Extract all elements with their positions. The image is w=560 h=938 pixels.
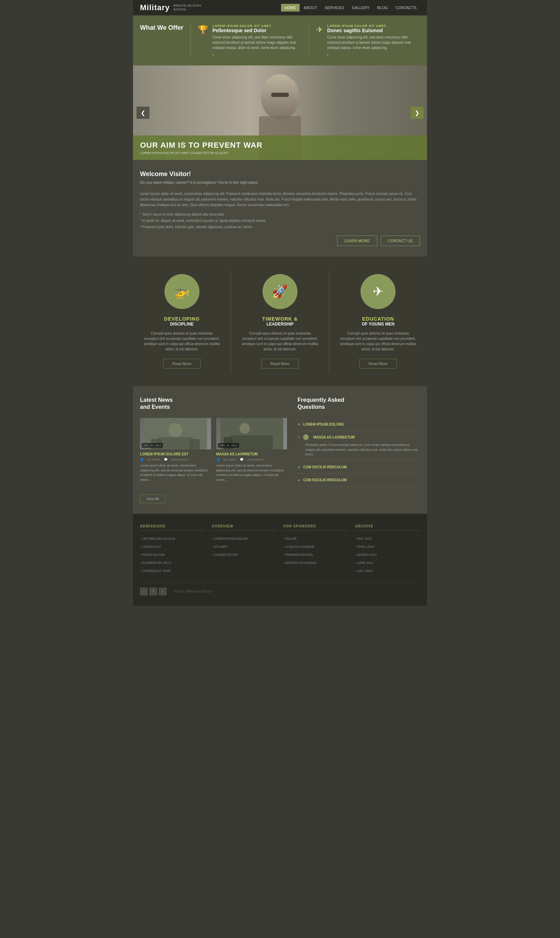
faq-question-1-text: LOREM IPSUM DOLORE [303, 423, 344, 426]
footer-col1-title: ADMISSIONS [140, 524, 205, 531]
footer-link[interactable]: ELEMENTUM VELIT [140, 561, 171, 564]
twitter-icon[interactable]: t [140, 587, 148, 595]
service-3-title: EDUCATION [340, 316, 417, 321]
news-author-icon-2: 👤 [216, 458, 220, 461]
list-item: LACINIA EST [140, 543, 205, 549]
svg-rect-6 [158, 437, 193, 449]
footer-link[interactable]: SIT AMET [212, 545, 228, 549]
list-item: MAURIS ACCUMSAN [283, 559, 348, 565]
offer-item-1-content: LOREM IPSUM DOLOR SIT AMET. Pellentesque… [212, 24, 302, 57]
site-subtitle: PRIVATE MILITARYSCHOOL [173, 4, 201, 12]
svg-point-10 [239, 423, 250, 434]
slider-prev-button[interactable]: ❮ [137, 107, 149, 119]
rocket-icon: 🚀 [263, 274, 297, 309]
faq-question-3[interactable]: CUM SOCILIS RIDICULUM [297, 464, 420, 470]
footer-link[interactable]: APRIL 2013 [355, 545, 374, 549]
service-1-title: DEVELOPING [143, 316, 220, 321]
view-all-button[interactable]: View All [140, 495, 166, 503]
hero-slider: OUR AIM IS TO PREVENT WAR LOREM IPSUM DO… [133, 65, 427, 160]
plane-icon: ✈ [316, 25, 323, 35]
service-3-subtitle: OF YOUNG MEN [340, 321, 417, 326]
footer-link[interactable]: JULY 2013 [355, 569, 372, 573]
helicopter-icon: 🚁 [165, 274, 200, 309]
nav-about[interactable]: ABOUT [300, 4, 321, 12]
footer-col1-links: VESTIBULUM IACULIS LACINIA EST PROIN DIC… [140, 535, 205, 573]
offer-item-1-title: Pellentesque sed Dolor [212, 28, 302, 33]
footer-link[interactable]: CONSECTETUR [212, 553, 238, 557]
news-section: Latest Newsand Events DEC 20, 2014 LOREM… [140, 397, 287, 504]
nav-services[interactable]: SERVICES [321, 4, 348, 12]
slider-title: OUR AIM IS TO PREVENT WAR [140, 141, 420, 150]
offer-item-1: 🏆 LOREM IPSUM DOLOR SIT AMET. Pellentesq… [191, 24, 302, 57]
list-item: SIT AMET [212, 543, 277, 549]
social-icons: t f r [140, 587, 166, 595]
slider-next-button[interactable]: ❯ [411, 107, 423, 119]
footer-link[interactable]: ALIQUAM CONQUE [283, 545, 314, 549]
service-2-read-more[interactable]: Read More [262, 359, 298, 369]
news-card-1-title: LOREM IPSUM DOLORE EST [140, 452, 211, 456]
faq-item-3: CUM SOCILIS RIDICULUM [297, 461, 420, 474]
service-1-read-more[interactable]: Read More [163, 359, 200, 369]
list-item: PROIN DICTAM [140, 551, 205, 557]
news-date-2: DEC 20, 2014 [218, 443, 239, 447]
news-grid: DEC 20, 2014 LOREM IPSUM DOLORE EST 👤 by… [140, 418, 287, 482]
facebook-icon[interactable]: f [149, 587, 157, 595]
footer-link[interactable]: VESTIBULUM IACULIS [140, 537, 175, 540]
offer-item-1-more[interactable]: › [212, 52, 214, 56]
news-image-2: DEC 20, 2014 [216, 418, 287, 449]
footer-link[interactable]: CONSEQUAT ANTE [140, 569, 171, 573]
footer-col4-title: ARCHIVE [355, 524, 420, 531]
contact-us-button[interactable]: Contact Us [381, 235, 420, 246]
service-divider-1 [231, 271, 231, 372]
list-item: CONSEQUAT ANTE [140, 567, 205, 573]
list-item: FERMENTUM NISL [283, 551, 348, 557]
service-2-text: Corrupti quos dolores et quas molestias … [242, 331, 318, 352]
service-education: ✈ EDUCATION OF YOUNG MEN Corrupti quos d… [336, 271, 420, 372]
footer-link[interactable]: DOLOR [283, 537, 297, 540]
news-meta-1: 👤 by admin 💬 comments 0 [140, 458, 211, 461]
news-card-2-title: MASSA AS LAORRETUM [216, 452, 287, 456]
news-author-2: by admin [224, 458, 237, 461]
faq-question-1[interactable]: LOREM IPSUM DOLORE [297, 421, 420, 427]
offer-title: What We Offer [140, 24, 183, 32]
offer-item-2-more[interactable]: › [327, 52, 329, 56]
welcome-title: Welcome Visitor! [140, 171, 420, 178]
footer-link[interactable]: PROIN DICTAM [140, 553, 165, 557]
footer-col2-title: OVERVIEW [212, 524, 277, 531]
rss-icon[interactable]: r [159, 587, 166, 595]
offer-item-2-title: Donec sagittis Euismod [327, 28, 420, 33]
footer-link[interactable]: JUNE 2013 [355, 561, 374, 564]
list-item: JULY 2013 [355, 567, 420, 573]
news-author-1: by admin [147, 458, 160, 461]
nav-blog[interactable]: BLOG [374, 4, 392, 12]
list-item: DOLOR [283, 535, 348, 541]
news-image-1: DEC 20, 2014 [140, 418, 211, 449]
footer-link[interactable]: MAY 2013 [355, 537, 372, 540]
welcome-section: Welcome Visitor! Do you want military ca… [133, 160, 427, 257]
nav-contacts[interactable]: CONTACTS [392, 4, 420, 12]
footer-link[interactable]: MAURIS ACCUMSAN [283, 561, 316, 564]
service-3-read-more[interactable]: Read More [360, 359, 397, 369]
list-item: VESTIBULUM IACULIS [140, 535, 205, 541]
faq-question-3-text: CUM SOCILIS RIDICULUM [303, 465, 346, 469]
offer-item-1-text: Corse etuer adipiscing elit, sed diam no… [212, 35, 302, 51]
footer-link[interactable]: LOREM IPSUM DOLOR [212, 537, 248, 540]
faq-question-4[interactable]: CUM SOCILIS RIDICULUM [297, 477, 420, 483]
list-item: APRIL 2013 [355, 543, 420, 549]
faq-question-2[interactable]: MASSA AS LAOREETUM [297, 434, 420, 440]
nav-home[interactable]: HOME [281, 4, 300, 12]
nav-gallery[interactable]: GALLERY [348, 4, 373, 12]
faq-title: Frequently AskedQuestions [297, 397, 420, 411]
footer-link[interactable]: FERMENTUM NISL [283, 553, 314, 557]
footer-link[interactable]: LACINIA EST [140, 545, 161, 549]
news-comment-icon-1: 💬 [164, 458, 168, 461]
list-item: LOREM IPSUM DOLOR [212, 535, 277, 541]
offer-item-2-label: LOREM IPSUM DOLOR SIT AMET. [327, 24, 420, 28]
learn-more-button[interactable]: Learn More [337, 235, 377, 246]
footer-grid: ADMISSIONS VESTIBULUM IACULIS LACINIA ES… [140, 524, 420, 575]
svg-point-5 [168, 423, 182, 437]
welcome-buttons: Learn More Contact Us [140, 235, 420, 246]
footer-link[interactable]: MARCH 2013 [355, 553, 377, 557]
footer-col3-title: FOR SPONSORS [283, 524, 348, 531]
offer-item-1-label: LOREM IPSUM DOLOR SIT AMET. [212, 24, 302, 28]
